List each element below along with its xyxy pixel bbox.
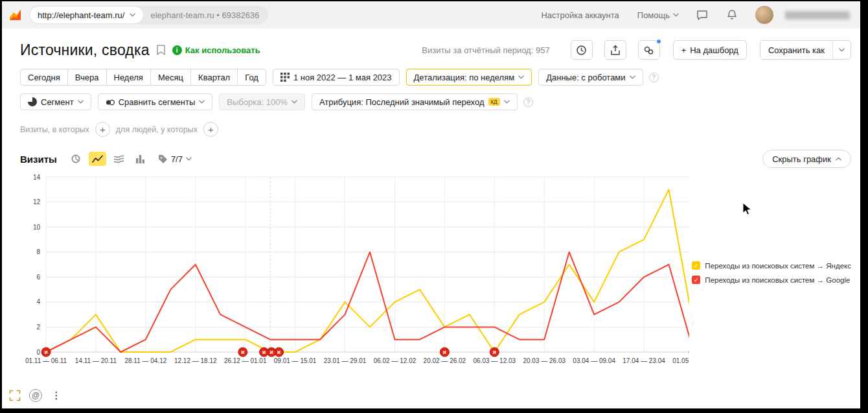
chevron-down-icon (673, 13, 679, 17)
chevron-down-icon (78, 100, 84, 104)
sampling-selector[interactable]: Выборка: 100% (219, 93, 305, 110)
period-today[interactable]: Сегодня (20, 69, 68, 86)
floating-tools: @ ⋮ (7, 388, 64, 403)
history-clock-button[interactable] (571, 40, 593, 60)
svg-text:и: и (44, 349, 47, 355)
svg-text:01.05 — 01.05: 01.05 — 01.05 (672, 357, 689, 364)
svg-text:06.02 — 12.02: 06.02 — 12.02 (374, 357, 417, 364)
period-month[interactable]: Месяц (150, 69, 191, 86)
attribution-selector[interactable]: Атрибуция: Последний значимый переход кд (312, 93, 518, 110)
how-to-use-link[interactable]: i Как использовать (172, 45, 260, 55)
svg-text:и: и (493, 349, 496, 355)
svg-text:20.02 — 26.02: 20.02 — 26.02 (424, 357, 466, 364)
svg-text:6: 6 (36, 274, 40, 281)
svg-text:и: и (269, 349, 273, 355)
svg-text:01.11 — 06.11: 01.11 — 06.11 (25, 357, 67, 364)
report-content: Источники, сводка i Как использовать Виз… (2, 40, 860, 369)
period-quarter[interactable]: Квартал (190, 69, 238, 86)
pie-icon (28, 97, 37, 106)
chart-type-columns-button[interactable] (131, 152, 149, 166)
chevron-down-icon (130, 13, 135, 17)
svg-text:03.04 — 09.04: 03.04 — 09.04 (573, 357, 615, 364)
period-week[interactable]: Неделя (106, 69, 151, 86)
help-question-icon[interactable]: ? (523, 97, 533, 107)
chevron-down-icon (518, 75, 524, 79)
browser-screen: http://elephant-team.ru/ elephant-team.r… (0, 0, 868, 413)
help-link[interactable]: Помощь (637, 10, 679, 20)
counter-selector: http://elephant-team.ru/ elephant-team.r… (29, 6, 268, 24)
title-row: Источники, сводка i Как использовать Виз… (20, 40, 851, 60)
page-title: Источники, сводка (20, 41, 150, 59)
plus-icon: + (681, 45, 687, 55)
svg-text:2: 2 (36, 324, 40, 331)
svg-text:06.03 — 12.03: 06.03 — 12.03 (474, 357, 516, 364)
chevron-down-icon (291, 100, 297, 104)
chevron-down-icon (630, 75, 635, 79)
legend-item-yandex[interactable]: ✓ Переходы из поисковых систем → Яндекс (692, 261, 851, 270)
chart-type-pie-button[interactable] (67, 152, 85, 166)
hide-chart-button[interactable]: Скрыть график (762, 150, 851, 168)
chart-legend: ✓ Переходы из поисковых систем → Яндекс … (692, 261, 851, 369)
metrica-logo-icon[interactable] (8, 8, 23, 22)
counter-meta: elephant-team.ru • 69382636 (150, 10, 259, 20)
account-settings-link[interactable]: Настройка аккаунта (541, 10, 619, 20)
date-range-picker[interactable]: 1 ноя 2022 — 1 мая 2023 (273, 69, 400, 86)
calendar-grid-icon (280, 73, 290, 82)
period-year[interactable]: Год (237, 69, 266, 86)
save-as-dropdown[interactable] (832, 41, 851, 59)
chevron-down-icon (199, 100, 205, 104)
segment-button[interactable]: Сегмент (20, 93, 91, 110)
period-row: Сегодня Вчера Неделя Месяц Квартал Год 1… (20, 69, 851, 86)
bookmark-icon[interactable] (156, 44, 166, 56)
attribution-badge: кд (488, 98, 500, 106)
svg-text:14.11 — 20.11: 14.11 — 20.11 (75, 357, 117, 364)
segments-share-button[interactable] (638, 40, 660, 60)
svg-text:14: 14 (33, 174, 41, 181)
topbar: http://elephant-team.ru/ elephant-team.r… (2, 1, 860, 29)
legend-checkbox[interactable]: ✓ (692, 261, 700, 270)
screenshot-frame-icon[interactable] (7, 388, 23, 403)
user-avatar[interactable] (755, 6, 773, 24)
goals-selector[interactable]: 7/7 (158, 154, 192, 164)
segment-row: Сегмент Сравнить сегменты Выборка: 100% … (20, 93, 851, 110)
more-options-icon[interactable]: ⋮ (49, 388, 64, 403)
svg-text:20.03 — 26.03: 20.03 — 26.03 (523, 357, 565, 364)
svg-text:23.01 — 29.01: 23.01 — 29.01 (324, 357, 367, 364)
svg-text:и: и (443, 349, 446, 355)
svg-text:8: 8 (36, 248, 40, 255)
save-as-button[interactable]: Сохранить как (760, 40, 851, 60)
chevron-up-icon (836, 157, 841, 161)
data-mode-selector[interactable]: Данные: с роботами (538, 69, 643, 86)
visits-chart[interactable]: 01.11 — 06.1114.11 — 20.1128.11 — 04.121… (20, 173, 689, 369)
chart-type-line-button[interactable] (89, 152, 106, 166)
export-button[interactable] (604, 40, 626, 60)
notifications-bell-icon[interactable] (725, 8, 738, 21)
svg-text:и: и (241, 349, 244, 355)
svg-text:и: и (262, 349, 266, 355)
compare-icon (106, 98, 115, 106)
svg-text:28.11 — 04.12: 28.11 — 04.12 (124, 357, 166, 364)
chart-header: Визиты 7/7 (20, 150, 851, 168)
legend-checkbox[interactable]: ✓ (692, 276, 700, 284)
visits-total: Визиты за отчётный период: 957 (422, 45, 549, 55)
svg-text:09.01 — 15.01: 09.01 — 15.01 (274, 357, 317, 364)
compare-segments-button[interactable]: Сравнить сегменты (98, 93, 213, 110)
help-question-icon[interactable]: ? (649, 73, 659, 82)
legend-item-google[interactable]: ✓ Переходы из поисковых систем → Google (692, 276, 851, 284)
info-icon: i (172, 45, 182, 55)
people-condition-label: для людей, у которых (116, 125, 198, 134)
svg-text:10: 10 (33, 224, 41, 231)
mention-at-icon[interactable]: @ (28, 388, 43, 403)
period-yesterday[interactable]: Вчера (67, 69, 107, 86)
feedback-bubble-icon[interactable] (696, 8, 709, 21)
period-tabs: Сегодня Вчера Неделя Месяц Квартал Год (20, 69, 266, 86)
add-to-dashboard-button[interactable]: + На дашборд (673, 40, 747, 60)
counter-dropdown[interactable]: http://elephant-team.ru/ (29, 6, 144, 24)
svg-text:17.04 — 23.04: 17.04 — 23.04 (622, 357, 665, 364)
add-visit-condition-button[interactable]: + (95, 122, 110, 137)
notification-dot (656, 39, 661, 44)
chart-type-area-button[interactable] (110, 152, 128, 166)
metrica-page: http://elephant-team.ru/ elephant-team.r… (2, 1, 860, 408)
add-people-condition-button[interactable]: + (203, 122, 218, 137)
detail-selector[interactable]: Детализация: по неделям (406, 69, 532, 86)
